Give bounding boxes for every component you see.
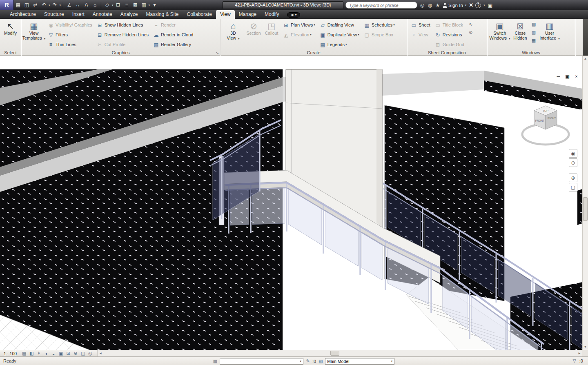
panel-label-create[interactable]: Create [220,50,407,56]
plan-views-button[interactable]: ⊞ Plan Views ▾ [281,20,316,30]
tab-annotate[interactable]: Annotate [89,10,116,19]
panel-label-windows[interactable]: Windows [487,50,575,56]
section-icon[interactable]: ⊟ [114,1,122,9]
reveal-hidden-icon[interactable]: ◎ [87,351,94,356]
zoom-extents-icon[interactable]: ▢ [569,183,577,191]
tab-collaborate[interactable]: Collaborate [183,10,216,19]
schedules-button[interactable]: ▦ Schedules ▾ [362,20,396,30]
temporary-hide-icon[interactable]: ◫ [79,351,87,356]
minimize-view-icon[interactable]: ─ [556,74,561,79]
callout-button[interactable]: ◳ Callout [263,20,281,50]
restore-view-icon[interactable]: ▣ [565,74,570,79]
measure-icon[interactable]: ∠ [65,1,73,9]
close-view-icon[interactable]: × [574,74,579,79]
tab-structure[interactable]: Structure [40,10,68,19]
tab-view[interactable]: View [216,10,235,19]
thin-lines-icon[interactable]: ≡ [123,1,131,9]
exchange-apps-icon[interactable]: ✕ [469,2,473,8]
application-menu-button[interactable]: R [0,0,14,10]
user-interface-button[interactable]: ▥ User Interface ▾ [538,20,561,50]
scroll-left-icon[interactable]: ◄ [98,350,103,356]
crop-region-icon[interactable]: ⊡ [65,351,72,356]
tab-massing-site[interactable]: Massing & Site [142,10,183,19]
tab-analyze[interactable]: Analyze [116,10,142,19]
open-icon[interactable]: ▤ [14,1,22,9]
replicate-icon[interactable]: ▤ [530,21,537,27]
switch-windows-icon[interactable]: ▥ [140,1,148,9]
sync-icon[interactable]: ⇄ [31,1,39,9]
customize-qat-icon[interactable]: ▾ [151,1,158,9]
favorites-icon[interactable]: ★ [435,2,441,8]
horizontal-scrollbar[interactable]: ◄ ► [97,350,582,356]
scroll-down-icon[interactable]: ▼ [583,344,588,350]
drawing-area[interactable]: TOP FRONT RIGHT ─ ▣ × ◉ ⊙ ⊕ ▢ ▲ ▼ [0,56,588,350]
search-input[interactable] [345,2,417,9]
view-templates-button[interactable]: ▦ View Templates ▾ [22,20,45,50]
communication-center-icon[interactable]: ◍ [427,2,433,8]
rendering-dialog-icon[interactable]: ◒ [50,351,57,356]
switch-windows-button[interactable]: ▣ Switch Windows ▾ [488,20,511,50]
active-workset-dropdown[interactable]: ▾ [220,358,303,365]
3d-view-button[interactable]: ⌂ 3D View ▾ [222,20,245,50]
dialog-launcher-icon[interactable]: ↘ [216,50,219,56]
editing-requests-icon[interactable]: ✎ [305,358,311,364]
lock-view-icon[interactable]: ⊖ [72,351,79,356]
vertical-scrollbar[interactable]: ▲ ▼ [582,56,588,350]
tag-icon[interactable]: ⌂ [91,1,99,9]
zoom-icon[interactable]: ⊙ [569,158,577,167]
close-hidden-button[interactable]: ⊠ Close Hidden [511,20,529,50]
sun-path-icon[interactable]: ☀ [35,351,42,356]
switch-windows-caret-icon[interactable]: ▾ [149,4,150,7]
infocenter-panel-icon[interactable]: ▣ [488,2,493,8]
scale-button[interactable]: 1 : 100 [0,351,20,356]
title-block-button[interactable]: ▭ Title Block [433,20,466,30]
detail-level-icon[interactable]: ▤ [20,351,28,356]
shadows-icon[interactable]: ◑ [42,351,50,356]
scope-box-button[interactable]: ▢ Scope Box [362,30,396,40]
aligned-dimension-icon[interactable]: ↔ [74,1,82,9]
default-3d-view-icon[interactable]: ◇ [103,1,111,9]
redo-icon[interactable]: ↷ [51,1,59,9]
render-gallery-button[interactable]: ▨ Render Gallery [151,40,195,49]
tile-icon[interactable]: ▦ [530,38,537,44]
help-icon[interactable]: ? [475,2,481,8]
tab-modify[interactable]: Modify [261,10,283,19]
visibility-graphics-button[interactable]: ◉ Visibility/ Graphics [46,20,94,30]
cut-profile-button[interactable]: ✂ Cut Profile [95,40,150,49]
visual-style-icon[interactable]: ◧ [28,351,35,356]
elevation-button[interactable]: ◭ Elevation ▾ [281,30,316,40]
crop-view-icon[interactable]: ▣ [57,351,65,356]
tab-insert[interactable]: Insert [68,10,89,19]
panel-label-sheet-composition[interactable]: Sheet Composition [407,50,487,56]
render-in-cloud-button[interactable]: ☁ Render in Cloud [151,30,195,40]
scroll-up-icon[interactable]: ▲ [583,56,588,62]
revisions-button[interactable]: ↻ Revisions [433,30,466,40]
sheet-button[interactable]: ▭ Sheet [409,20,432,30]
view-reference-icon[interactable]: ⊙ [468,29,474,36]
sign-in-button[interactable]: Sign In ▾ [443,3,467,8]
matchline-icon[interactable]: ∿ [468,21,474,27]
render-button[interactable]: ◒ Render [151,20,195,30]
redo-caret-icon[interactable]: ▾ [60,4,61,7]
help-caret-icon[interactable]: ▾ [483,4,485,7]
filters-button[interactable]: ▽ Filters [46,30,94,40]
show-hidden-lines-button[interactable]: ⊞ Show Hidden Lines [95,20,150,30]
tab-architecture[interactable]: Architecture [6,10,40,19]
modify-button[interactable]: ↖ Modify [1,20,20,50]
legends-button[interactable]: ▤ Legends ▾ [318,40,361,49]
pan-icon[interactable]: ⊕ [569,174,577,182]
close-hidden-windows-icon[interactable]: ⊠ [131,1,139,9]
3d-view-caret-icon[interactable]: ▾ [112,4,114,7]
selection-filter-icon[interactable]: ▽ [572,358,577,363]
duplicate-view-button[interactable]: ▣ Duplicate View ▾ [318,30,361,40]
section-button[interactable]: ⊘ Section [245,20,263,50]
design-options-dropdown[interactable]: Main Model ▾ [325,358,394,365]
vertical-scroll-thumb[interactable] [583,197,588,221]
save-icon[interactable]: ◫ [23,1,31,9]
undo-caret-icon[interactable]: ▾ [49,4,50,7]
undo-icon[interactable]: ↶ [40,1,48,9]
guide-grid-button[interactable]: ⊞ Guide Grid [433,40,466,49]
horizontal-scroll-thumb[interactable] [330,351,339,356]
scroll-right-icon[interactable]: ► [577,350,582,356]
sheet-view-button[interactable]: ▫ View [409,30,432,40]
